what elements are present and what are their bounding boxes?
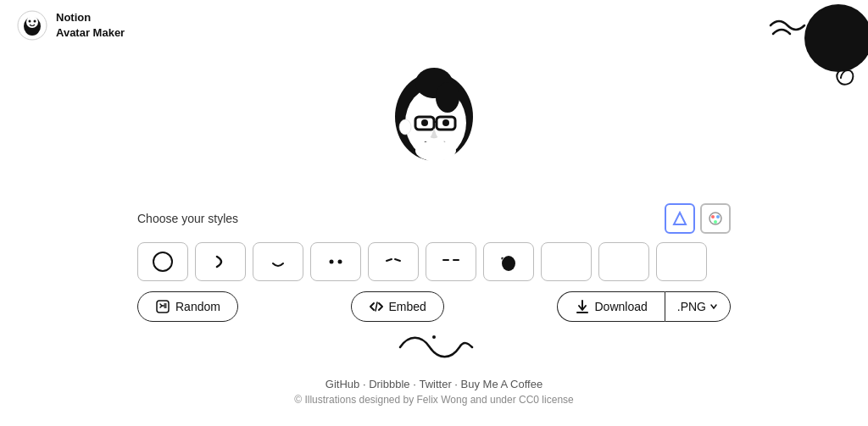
svg-point-23 [153,252,172,271]
style-toggle-icons [665,203,731,234]
download-button[interactable]: Download [557,291,665,322]
squiggle-decoration [0,330,868,364]
embed-button[interactable]: Embed [351,291,444,322]
style-eyes-button[interactable] [310,242,361,281]
choose-styles-label: Choose your styles [137,212,238,225]
squiggle-svg [392,330,476,364]
controls-area: Choose your styles [0,203,868,322]
logo-icon [17,10,47,41]
svg-point-3 [29,20,31,23]
format-button[interactable]: .PNG [665,291,731,322]
bw-toggle-button[interactable] [665,203,695,234]
buttons-row: Random Embed Download .PNG [137,291,731,322]
footer: GitHub · Dribbble · Twitter · Buy Me A C… [0,378,868,406]
svg-line-35 [376,302,377,311]
download-label: Download [595,300,648,313]
random-label: Random [175,300,220,313]
svg-line-27 [395,259,400,261]
dribbble-link[interactable]: Dribbble [369,378,409,390]
footer-copyright: © Illustrations designed by Felix Wong a… [0,394,868,406]
svg-point-20 [711,215,715,219]
buymeacoffee-link[interactable]: Buy Me A Coffee [461,378,543,390]
svg-point-9 [436,82,459,113]
svg-rect-31 [157,301,169,313]
embed-label: Embed [389,300,426,313]
svg-marker-18 [674,213,686,224]
random-button[interactable]: Random [137,291,238,322]
embed-icon [369,299,384,314]
eyebrow1-icon [381,250,405,274]
format-label: .PNG [677,300,706,313]
footer-links: GitHub · Dribbble · Twitter · Buy Me A C… [0,378,868,390]
svg-point-4 [34,20,36,23]
style-ear-button[interactable] [195,242,246,281]
style-hair-button[interactable] [483,242,534,281]
eyes-icon [324,250,348,274]
avatar-preview [366,51,502,186]
color-toggle-button[interactable] [700,203,731,234]
svg-point-24 [330,260,334,264]
eyebrow2-icon [439,250,463,274]
svg-point-13 [421,119,428,126]
style-face-button[interactable] [137,242,188,281]
mouth-icon [266,250,290,274]
style-eyebrow1-button[interactable] [368,242,419,281]
deco-swirl [818,57,864,108]
svg-point-21 [716,215,720,219]
svg-point-14 [442,119,449,126]
logo-line2: Avatar Maker [56,26,125,39]
svg-rect-17 [426,152,444,161]
logo-line1: Notion [56,11,91,24]
twitter-link[interactable]: Twitter [419,378,451,390]
download-icon [575,299,590,314]
svg-point-30 [502,256,515,271]
chevron-down-icon [709,302,718,311]
triangle-icon [672,211,687,226]
svg-point-25 [338,260,342,264]
hair-icon [497,250,520,274]
style-extra3-button[interactable] [656,242,707,281]
style-mouth-button[interactable] [253,242,303,281]
palette-icon [708,211,723,226]
svg-point-15 [399,119,411,135]
header: Notion Avatar Maker [0,0,142,51]
svg-point-37 [432,335,436,339]
download-group: Download .PNG [557,291,732,322]
svg-line-26 [387,259,392,261]
ear-icon [209,250,232,274]
style-extra2-button[interactable] [598,242,649,281]
style-extra1-button[interactable] [541,242,592,281]
logo-text: Notion Avatar Maker [56,10,125,41]
styles-header-row: Choose your styles [137,203,731,234]
svg-point-22 [714,220,717,224]
style-boxes-row [137,242,731,281]
random-icon [155,299,170,314]
footer-separator-3: · [454,378,460,390]
style-eyebrow2-button[interactable] [426,242,476,281]
face-icon [151,250,175,274]
github-link[interactable]: GitHub [326,378,359,390]
